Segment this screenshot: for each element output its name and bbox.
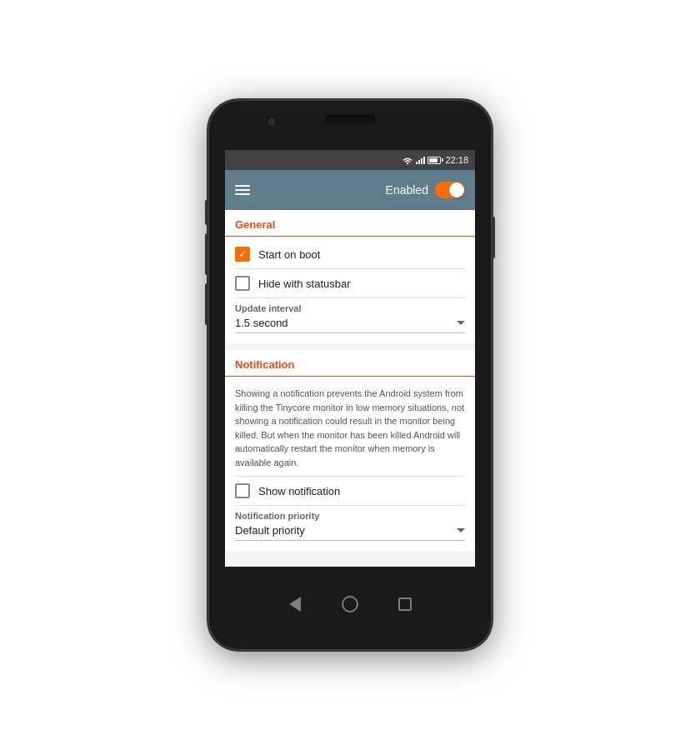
- home-nav-button[interactable]: [339, 593, 361, 615]
- wifi-icon: [402, 156, 413, 165]
- toggle-knob: [449, 182, 464, 198]
- app-bar-right: Enabled: [386, 182, 465, 198]
- recents-icon: [398, 598, 412, 611]
- hamburger-line-1: [235, 185, 250, 187]
- show-notification-label: Show notification: [258, 485, 340, 498]
- notification-priority-label: Notification priority: [235, 511, 465, 521]
- status-time: 22:18: [445, 155, 468, 165]
- app-bar: Enabled: [225, 170, 475, 210]
- hide-statusbar-row[interactable]: Hide with statusbar: [225, 269, 475, 298]
- phone-shell: 22:18 Enabled: [208, 100, 492, 650]
- back-icon: [289, 597, 301, 612]
- volume-down-button[interactable]: [205, 283, 208, 325]
- scene: 22:18 Enabled: [0, 0, 700, 750]
- front-camera: [268, 118, 275, 125]
- update-interval-select[interactable]: 1.5 second: [235, 317, 465, 333]
- phone-bottom-nav: [208, 567, 492, 650]
- enabled-label: Enabled: [386, 183, 428, 197]
- hamburger-menu-button[interactable]: [235, 185, 250, 195]
- show-notification-row[interactable]: Show notification: [225, 477, 475, 505]
- start-on-boot-label: Start on boot: [258, 248, 320, 261]
- earpiece-speaker: [325, 115, 375, 123]
- volume-up-button[interactable]: [205, 233, 208, 275]
- status-icons: 22:18: [402, 155, 468, 165]
- back-nav-button[interactable]: [284, 593, 306, 615]
- notification-priority-select[interactable]: Default priority: [235, 524, 465, 541]
- checkmark-icon: ✓: [238, 249, 247, 259]
- notification-section-content: Showing a notification prevents the Andr…: [225, 377, 475, 551]
- recents-nav-button[interactable]: [394, 593, 416, 615]
- home-icon: [342, 596, 358, 612]
- hamburger-line-3: [235, 193, 250, 195]
- notification-section-header: Notification: [225, 350, 475, 377]
- general-section-header: General: [225, 210, 475, 237]
- notification-priority-arrow-icon: [457, 528, 465, 532]
- start-on-boot-checkbox[interactable]: ✓: [235, 247, 250, 262]
- general-section-content: ✓ Start on boot Hide with statusbar: [225, 237, 475, 343]
- enabled-toggle[interactable]: [435, 182, 465, 198]
- update-interval-value: 1.5 second: [235, 317, 288, 329]
- status-bar: 22:18: [225, 150, 475, 170]
- notification-section: Notification Showing a notification prev…: [225, 350, 475, 551]
- hamburger-line-2: [235, 189, 250, 191]
- update-interval-arrow-icon: [457, 321, 465, 325]
- power-button[interactable]: [492, 217, 495, 258]
- general-section: General ✓ Start on boot: [225, 210, 475, 343]
- update-interval-row: Update interval 1.5 second: [225, 298, 475, 340]
- show-notification-checkbox[interactable]: [235, 483, 250, 498]
- notification-description: Showing a notification prevents the Andr…: [225, 380, 475, 476]
- hide-statusbar-label: Hide with statusbar: [258, 278, 351, 290]
- notification-priority-row: Notification priority Default priority: [225, 506, 475, 548]
- hide-statusbar-checkbox[interactable]: [235, 276, 250, 291]
- phone-top: [208, 100, 492, 150]
- volume-silent-button[interactable]: [205, 200, 208, 225]
- screen-content[interactable]: General ✓ Start on boot: [225, 210, 475, 567]
- notification-priority-value: Default priority: [235, 524, 305, 537]
- phone-screen: 22:18 Enabled: [225, 150, 475, 567]
- signal-icon: [416, 156, 425, 164]
- start-on-boot-row[interactable]: ✓ Start on boot: [225, 240, 475, 268]
- battery-icon: [428, 157, 441, 164]
- update-interval-label: Update interval: [235, 303, 465, 313]
